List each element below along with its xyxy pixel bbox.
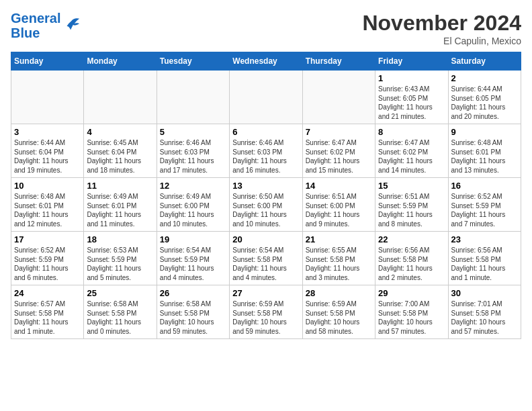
day-info: Sunrise: 6:43 AM Sunset: 6:05 PM Dayligh…: [378, 85, 445, 121]
day-info: Sunrise: 6:48 AM Sunset: 6:01 PM Dayligh…: [14, 192, 81, 228]
day-info: Sunrise: 6:54 AM Sunset: 5:58 PM Dayligh…: [232, 246, 299, 282]
calendar-week-row: 10Sunrise: 6:48 AM Sunset: 6:01 PM Dayli…: [11, 178, 521, 232]
calendar-week-row: 17Sunrise: 6:52 AM Sunset: 5:59 PM Dayli…: [11, 232, 521, 285]
day-info: Sunrise: 6:52 AM Sunset: 5:59 PM Dayligh…: [451, 192, 518, 228]
day-number: 19: [160, 234, 226, 244]
day-number: 5: [160, 127, 226, 137]
day-number: 22: [378, 234, 445, 244]
day-info: Sunrise: 6:50 AM Sunset: 6:00 PM Dayligh…: [232, 192, 299, 228]
day-number: 24: [14, 288, 81, 298]
day-number: 10: [14, 181, 81, 191]
calendar-day-cell: 5Sunrise: 6:46 AM Sunset: 6:03 PM Daylig…: [157, 124, 229, 178]
day-info: Sunrise: 6:53 AM Sunset: 5:59 PM Dayligh…: [87, 246, 153, 282]
day-info: Sunrise: 6:49 AM Sunset: 6:01 PM Dayligh…: [87, 192, 153, 228]
calendar-day-cell: [230, 71, 302, 124]
calendar-day-cell: 8Sunrise: 6:47 AM Sunset: 6:02 PM Daylig…: [375, 124, 448, 178]
calendar-day-cell: 3Sunrise: 6:44 AM Sunset: 6:04 PM Daylig…: [11, 124, 84, 178]
calendar-day-cell: [302, 71, 375, 124]
calendar-day-cell: 30Sunrise: 7:01 AM Sunset: 5:58 PM Dayli…: [448, 285, 521, 339]
calendar-day-cell: 27Sunrise: 6:59 AM Sunset: 5:58 PM Dayli…: [230, 285, 302, 339]
title-area: November 2024 El Capulin, Mexico: [362, 11, 521, 46]
calendar-day-cell: 28Sunrise: 6:59 AM Sunset: 5:58 PM Dayli…: [302, 285, 375, 339]
day-number: 2: [451, 73, 518, 83]
calendar-day-cell: 17Sunrise: 6:52 AM Sunset: 5:59 PM Dayli…: [11, 232, 84, 285]
calendar-day-cell: [157, 71, 229, 124]
weekday-header: Monday: [84, 52, 157, 71]
day-number: 20: [232, 234, 299, 244]
calendar-day-cell: 18Sunrise: 6:53 AM Sunset: 5:59 PM Dayli…: [84, 232, 157, 285]
month-title: November 2024: [362, 11, 521, 36]
calendar-day-cell: 19Sunrise: 6:54 AM Sunset: 5:59 PM Dayli…: [157, 232, 229, 285]
calendar-day-cell: 29Sunrise: 7:00 AM Sunset: 5:58 PM Dayli…: [375, 285, 448, 339]
calendar-day-cell: 20Sunrise: 6:54 AM Sunset: 5:58 PM Dayli…: [230, 232, 302, 285]
calendar-day-cell: 25Sunrise: 6:58 AM Sunset: 5:58 PM Dayli…: [84, 285, 157, 339]
weekday-header: Friday: [375, 52, 448, 71]
weekday-header: Sunday: [11, 52, 84, 71]
calendar-day-cell: 6Sunrise: 6:46 AM Sunset: 6:03 PM Daylig…: [230, 124, 302, 178]
calendar-day-cell: 1Sunrise: 6:43 AM Sunset: 6:05 PM Daylig…: [375, 71, 448, 124]
day-number: 6: [232, 127, 299, 137]
day-number: 30: [451, 288, 518, 298]
day-number: 1: [378, 73, 445, 83]
day-info: Sunrise: 6:56 AM Sunset: 5:58 PM Dayligh…: [378, 246, 445, 282]
day-number: 13: [232, 181, 299, 191]
calendar-day-cell: 7Sunrise: 6:47 AM Sunset: 6:02 PM Daylig…: [302, 124, 375, 178]
calendar-week-row: 1Sunrise: 6:43 AM Sunset: 6:05 PM Daylig…: [11, 71, 521, 124]
weekday-header: Saturday: [448, 52, 521, 71]
day-info: Sunrise: 6:54 AM Sunset: 5:59 PM Dayligh…: [160, 246, 226, 282]
day-number: 26: [160, 288, 226, 298]
day-info: Sunrise: 6:45 AM Sunset: 6:04 PM Dayligh…: [87, 138, 153, 175]
weekday-header: Thursday: [302, 52, 375, 71]
day-number: 7: [306, 127, 372, 137]
calendar-day-cell: 21Sunrise: 6:55 AM Sunset: 5:58 PM Dayli…: [302, 232, 375, 285]
calendar-week-row: 24Sunrise: 6:57 AM Sunset: 5:58 PM Dayli…: [11, 285, 521, 339]
day-number: 25: [87, 288, 153, 298]
day-info: Sunrise: 6:48 AM Sunset: 6:01 PM Dayligh…: [451, 138, 518, 175]
calendar-day-cell: 4Sunrise: 6:45 AM Sunset: 6:04 PM Daylig…: [84, 124, 157, 178]
day-number: 11: [87, 181, 153, 191]
day-info: Sunrise: 6:47 AM Sunset: 6:02 PM Dayligh…: [378, 138, 445, 175]
day-info: Sunrise: 7:00 AM Sunset: 5:58 PM Dayligh…: [378, 300, 445, 336]
calendar-day-cell: 13Sunrise: 6:50 AM Sunset: 6:00 PM Dayli…: [230, 178, 302, 232]
day-number: 3: [14, 127, 81, 137]
day-number: 9: [451, 127, 518, 137]
day-info: Sunrise: 6:52 AM Sunset: 5:59 PM Dayligh…: [14, 246, 81, 282]
day-info: Sunrise: 6:44 AM Sunset: 6:05 PM Dayligh…: [451, 85, 518, 121]
day-info: Sunrise: 6:51 AM Sunset: 6:00 PM Dayligh…: [306, 192, 372, 228]
calendar-day-cell: 15Sunrise: 6:51 AM Sunset: 5:59 PM Dayli…: [375, 178, 448, 232]
day-info: Sunrise: 6:51 AM Sunset: 5:59 PM Dayligh…: [378, 192, 445, 228]
calendar-week-row: 3Sunrise: 6:44 AM Sunset: 6:04 PM Daylig…: [11, 124, 521, 178]
calendar-table: SundayMondayTuesdayWednesdayThursdayFrid…: [11, 52, 521, 339]
weekday-header: Wednesday: [230, 52, 302, 71]
day-info: Sunrise: 6:46 AM Sunset: 6:03 PM Dayligh…: [232, 138, 299, 175]
day-info: Sunrise: 6:55 AM Sunset: 5:58 PM Dayligh…: [306, 246, 372, 282]
day-info: Sunrise: 6:49 AM Sunset: 6:00 PM Dayligh…: [160, 192, 226, 228]
weekday-header: Tuesday: [157, 52, 229, 71]
day-number: 23: [451, 234, 518, 244]
calendar-day-cell: 24Sunrise: 6:57 AM Sunset: 5:58 PM Dayli…: [11, 285, 84, 339]
day-info: Sunrise: 7:01 AM Sunset: 5:58 PM Dayligh…: [451, 300, 518, 336]
day-info: Sunrise: 6:47 AM Sunset: 6:02 PM Dayligh…: [306, 138, 372, 175]
calendar-day-cell: 14Sunrise: 6:51 AM Sunset: 6:00 PM Dayli…: [302, 178, 375, 232]
day-info: Sunrise: 6:59 AM Sunset: 5:58 PM Dayligh…: [232, 300, 299, 336]
calendar-day-cell: 26Sunrise: 6:58 AM Sunset: 5:58 PM Dayli…: [157, 285, 229, 339]
logo-bird-icon: [62, 16, 81, 35]
calendar-day-cell: 9Sunrise: 6:48 AM Sunset: 6:01 PM Daylig…: [448, 124, 521, 178]
day-number: 12: [160, 181, 226, 191]
day-number: 21: [306, 234, 372, 244]
day-info: Sunrise: 6:56 AM Sunset: 5:58 PM Dayligh…: [451, 246, 518, 282]
calendar-day-cell: [84, 71, 157, 124]
day-info: Sunrise: 6:58 AM Sunset: 5:58 PM Dayligh…: [87, 300, 153, 336]
location: El Capulin, Mexico: [362, 36, 521, 46]
day-info: Sunrise: 6:57 AM Sunset: 5:58 PM Dayligh…: [14, 300, 81, 336]
calendar-day-cell: 10Sunrise: 6:48 AM Sunset: 6:01 PM Dayli…: [11, 178, 84, 232]
day-number: 4: [87, 127, 153, 137]
page-header: GeneralBlue November 2024 El Capulin, Me…: [11, 11, 521, 46]
day-number: 16: [451, 181, 518, 191]
calendar-day-cell: 11Sunrise: 6:49 AM Sunset: 6:01 PM Dayli…: [84, 178, 157, 232]
day-info: Sunrise: 6:59 AM Sunset: 5:58 PM Dayligh…: [306, 300, 372, 336]
day-info: Sunrise: 6:58 AM Sunset: 5:58 PM Dayligh…: [160, 300, 226, 336]
day-number: 27: [232, 288, 299, 298]
day-info: Sunrise: 6:46 AM Sunset: 6:03 PM Dayligh…: [160, 138, 226, 175]
day-number: 8: [378, 127, 445, 137]
